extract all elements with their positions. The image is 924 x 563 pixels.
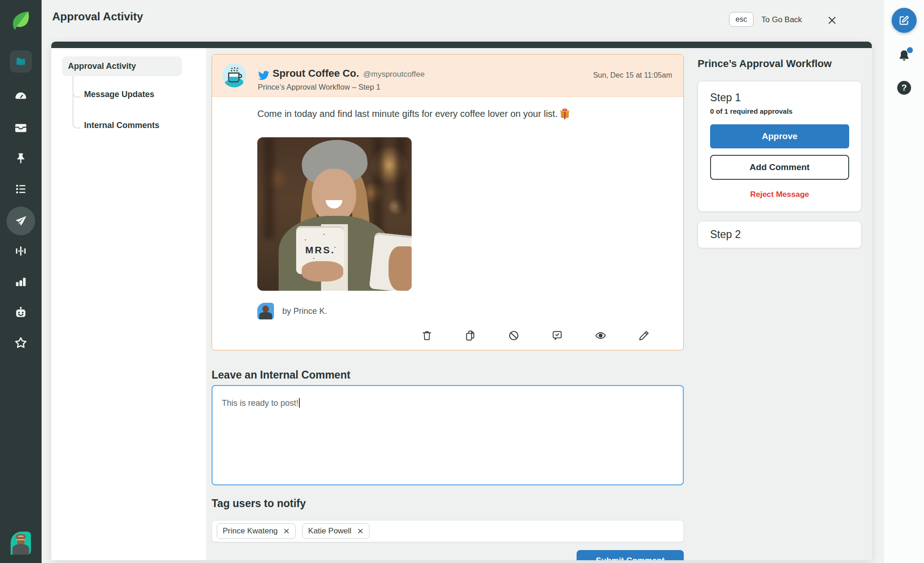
message-body: Come in today and find last minute gifts…: [212, 97, 683, 342]
eye-icon[interactable]: [595, 330, 607, 342]
sidebar-item-pinned[interactable]: [0, 152, 42, 165]
workflow-heading: Prince’s Approval Workflow: [698, 58, 862, 70]
tag-users-heading: Tag users to notify: [212, 497, 306, 510]
remove-tag-icon[interactable]: [357, 528, 364, 534]
message-card: Sprout Coffee Co.@mysproutcoffee Prince’…: [212, 54, 684, 350]
esc-key-hint: esc: [729, 12, 754, 27]
left-sidebar: [0, 0, 42, 563]
step-1-progress: 0 of 1 required approvals: [710, 107, 849, 115]
text-caret: [299, 398, 300, 408]
step-1-label: Step 1: [710, 92, 849, 104]
submit-comment-button[interactable]: Submit Comment: [577, 550, 684, 560]
nav-item-approval-activity[interactable]: Approval Activity: [62, 56, 182, 76]
gift-emoji: [560, 109, 569, 118]
mug-text: MRS.: [305, 245, 335, 256]
list-icon: [14, 182, 28, 196]
star-icon: [13, 336, 28, 350]
notifications-button[interactable]: [897, 49, 912, 63]
author-mini-avatar: [257, 303, 274, 319]
paper-plane-icon: [14, 214, 28, 228]
sidebar-item-dashboard[interactable]: [0, 90, 42, 104]
nav-item-internal-comments[interactable]: Internal Comments: [84, 121, 159, 130]
step-2-label: Step 2: [710, 228, 849, 241]
go-back-label: To Go Back: [761, 15, 802, 24]
message-byline: by Prince K.: [282, 306, 327, 316]
user-tag-chip: Katie Powell: [302, 523, 370, 539]
message-text: Come in today and find last minute gifts…: [257, 109, 558, 119]
notification-badge: [907, 47, 913, 53]
waveform-icon: [14, 244, 28, 258]
compose-icon: [898, 14, 910, 26]
sidebar-item-inbox[interactable]: [0, 121, 42, 135]
author-name: Sprout Coffee Co.: [273, 67, 359, 79]
nav-item-message-updates[interactable]: Message Updates: [84, 90, 154, 99]
inbox-icon: [13, 121, 28, 135]
coffee-cup-icon: [227, 67, 243, 85]
add-comment-button[interactable]: Add Comment: [710, 155, 849, 180]
activity-nav: Approval Activity Message Updates Intern…: [51, 48, 206, 560]
remove-tag-icon[interactable]: [283, 528, 290, 534]
avatar-image: [11, 532, 31, 555]
approve-button[interactable]: Approve: [710, 124, 849, 148]
panel-top-bar: [51, 42, 872, 48]
pencil-icon[interactable]: [638, 330, 650, 342]
folder-icon: [10, 50, 32, 73]
user-avatar[interactable]: [0, 532, 42, 555]
gauge-icon: [13, 90, 28, 104]
workflow-step-label: Prince’s Approval Workflow – Step 1: [258, 83, 380, 92]
workflow-step-2-card[interactable]: Step 2: [698, 221, 862, 248]
message-actions: [257, 330, 667, 342]
author-handle: @mysproutcoffee: [363, 70, 425, 79]
message-header: Sprout Coffee Co.@mysproutcoffee Prince’…: [212, 55, 683, 97]
tag-label: Prince Kwateng: [223, 526, 278, 536]
sidebar-item-listening[interactable]: [0, 244, 42, 258]
sidebar-item-reports[interactable]: [0, 275, 42, 288]
user-tag-chip: Prince Kwateng: [217, 523, 296, 539]
sidebar-item-favorites[interactable]: [0, 336, 42, 350]
sidebar-item-automation[interactable]: [0, 305, 42, 320]
approval-activity-panel: Approval Activity Message Updates Intern…: [51, 42, 872, 560]
tag-users-input[interactable]: Prince Kwateng Katie Powell: [212, 520, 684, 542]
compose-button[interactable]: [892, 8, 917, 33]
internal-comment-heading: Leave an Internal Comment: [212, 369, 350, 381]
twitter-icon: [258, 69, 270, 81]
profile-avatar-coffee: [222, 63, 246, 87]
copy-icon[interactable]: [464, 330, 476, 342]
message-timestamp: Sun, Dec 15 at 11:05am: [593, 71, 672, 80]
reject-message-link[interactable]: Reject Message: [710, 190, 849, 199]
workflow-step-1-card: Step 1 0 of 1 required approvals Approve…: [698, 81, 862, 212]
workflow-panel: Prince’s Approval Workflow Step 1 0 of 1…: [698, 48, 862, 248]
right-sidebar: ?: [883, 0, 924, 563]
pin-icon: [14, 152, 28, 165]
sidebar-item-feeds[interactable]: [0, 182, 42, 196]
sidebar-item-folders[interactable]: [0, 50, 42, 73]
bar-chart-icon: [14, 275, 28, 288]
comment-check-icon[interactable]: [551, 330, 563, 342]
trash-icon[interactable]: [421, 330, 433, 342]
close-button[interactable]: [826, 14, 838, 26]
help-button[interactable]: ?: [897, 81, 911, 95]
tree-connector: [73, 76, 80, 129]
sidebar-item-publishing[interactable]: [0, 207, 42, 235]
sprout-logo-icon[interactable]: [0, 9, 42, 31]
ban-icon[interactable]: [508, 330, 520, 342]
attached-photo[interactable]: MRS.: [257, 137, 412, 291]
page-title: Approval Activity: [52, 10, 143, 23]
tag-label: Katie Powell: [308, 526, 352, 536]
internal-comment-input[interactable]: This is ready to post!: [212, 385, 684, 485]
robot-icon: [13, 305, 28, 320]
close-icon: [827, 15, 837, 25]
comment-text: This is ready to post!: [222, 398, 298, 408]
